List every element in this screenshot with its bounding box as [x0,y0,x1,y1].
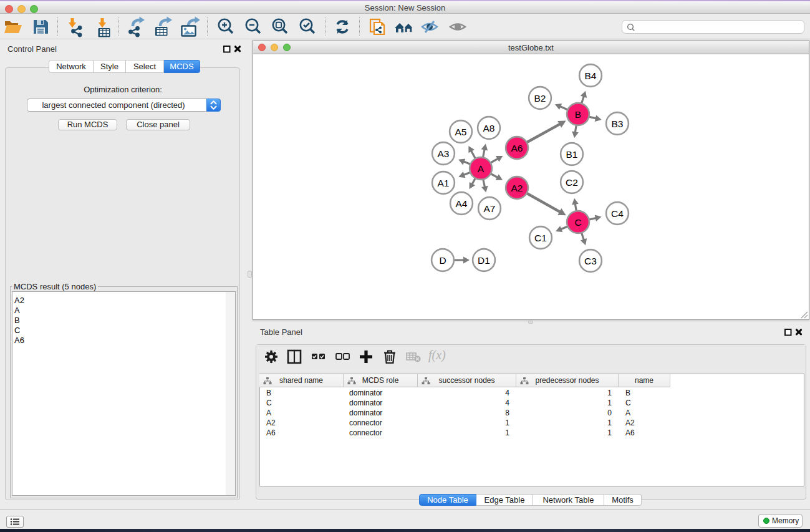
svg-text:A2: A2 [511,183,523,193]
svg-text:D1: D1 [478,255,490,266]
svg-text:B3: B3 [612,118,624,129]
svg-text:C4: C4 [611,208,624,219]
svg-text:B: B [575,109,581,120]
svg-text:A7: A7 [484,203,496,214]
svg-text:B2: B2 [534,93,546,104]
svg-text:B1: B1 [566,149,578,160]
svg-text:C: C [574,217,581,228]
svg-text:A6: A6 [511,143,523,153]
svg-text:A4: A4 [456,198,468,209]
svg-text:A: A [478,163,485,174]
svg-text:A3: A3 [438,148,450,159]
svg-text:C1: C1 [534,233,547,243]
svg-text:C2: C2 [566,177,578,188]
svg-text:A1: A1 [438,178,450,188]
svg-text:D: D [439,255,446,266]
svg-text:A8: A8 [483,123,495,133]
svg-text:B4: B4 [585,70,597,81]
svg-text:C3: C3 [584,256,597,266]
svg-text:A5: A5 [455,127,467,137]
